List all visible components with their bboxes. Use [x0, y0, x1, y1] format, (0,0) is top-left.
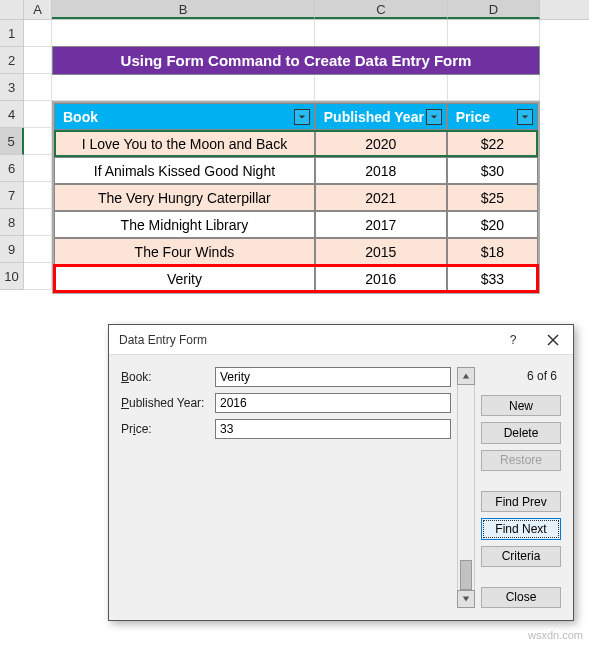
row-header-6[interactable]: 6	[0, 155, 24, 182]
cell-price[interactable]: $18	[447, 238, 538, 265]
table-row[interactable]: The Midnight Library 2017 $20	[54, 211, 538, 238]
book-label: Book:	[121, 370, 207, 384]
cell-book[interactable]: The Very Hungry Caterpillar	[54, 184, 315, 211]
filter-dropdown-icon[interactable]	[517, 109, 533, 125]
scroll-track[interactable]	[457, 385, 475, 590]
book-input[interactable]	[215, 367, 451, 387]
table-row-highlighted[interactable]: Verity 2016 $33	[54, 265, 538, 292]
criteria-button[interactable]: Criteria	[481, 546, 561, 567]
cell-price[interactable]: $22	[447, 130, 538, 157]
dialog-title: Data Entry Form	[119, 333, 493, 347]
table-row[interactable]: The Very Hungry Caterpillar 2021 $25	[54, 184, 538, 211]
price-input[interactable]	[215, 419, 451, 439]
row-header-3[interactable]: 3	[0, 74, 24, 101]
row-header-5[interactable]: 5	[0, 128, 24, 155]
cell-year[interactable]: 2018	[315, 157, 447, 184]
column-headers: A B C D	[0, 0, 589, 20]
page-title: Using Form Command to Create Data Entry …	[52, 46, 540, 75]
watermark: wsxdn.com	[528, 629, 583, 641]
cell-year[interactable]: 2021	[315, 184, 447, 211]
new-button[interactable]: New	[481, 395, 561, 416]
row-header-8[interactable]: 8	[0, 209, 24, 236]
header-book-label: Book	[63, 109, 98, 125]
cell-price[interactable]: $20	[447, 211, 538, 238]
row-header-2[interactable]: 2	[0, 47, 24, 74]
cell-price[interactable]: $33	[447, 265, 538, 292]
close-icon[interactable]	[533, 325, 573, 355]
header-price[interactable]: Price	[447, 103, 538, 130]
record-scrollbar[interactable]	[457, 367, 475, 608]
year-input[interactable]	[215, 393, 451, 413]
row-header-10[interactable]: 10	[0, 263, 24, 290]
close-button[interactable]: Close	[481, 587, 561, 608]
filter-dropdown-icon[interactable]	[426, 109, 442, 125]
dialog-buttons: 6 of 6 New Delete Restore Find Prev Find…	[481, 367, 561, 608]
header-book[interactable]: Book	[54, 103, 315, 130]
cell-price[interactable]: $30	[447, 157, 538, 184]
cell-book[interactable]: Verity	[54, 265, 315, 292]
col-header-A[interactable]: A	[24, 0, 52, 19]
col-header-C[interactable]: C	[315, 0, 448, 19]
scroll-thumb[interactable]	[460, 560, 472, 590]
find-prev-button[interactable]: Find Prev	[481, 491, 561, 512]
cell-book[interactable]: I Love You to the Moon and Back	[54, 130, 315, 157]
cell-book[interactable]: If Animals Kissed Good Night	[54, 157, 315, 184]
row-header-4[interactable]: 4	[0, 101, 24, 128]
scroll-up-icon[interactable]	[457, 367, 475, 385]
row-header-7[interactable]: 7	[0, 182, 24, 209]
col-header-D[interactable]: D	[448, 0, 540, 19]
header-year[interactable]: Published Year	[315, 103, 447, 130]
help-button[interactable]: ?	[493, 325, 533, 355]
cell-book[interactable]: The Four Winds	[54, 238, 315, 265]
cell-year[interactable]: 2016	[315, 265, 447, 292]
cell-year[interactable]: 2017	[315, 211, 447, 238]
filter-dropdown-icon[interactable]	[294, 109, 310, 125]
cell-book[interactable]: The Midnight Library	[54, 211, 315, 238]
select-all-corner[interactable]	[0, 0, 24, 19]
price-label: Price:	[121, 422, 207, 436]
delete-button[interactable]: Delete	[481, 422, 561, 443]
cell-year[interactable]: 2015	[315, 238, 447, 265]
year-label: Published Year:	[121, 396, 207, 410]
dialog-titlebar[interactable]: Data Entry Form ?	[109, 325, 573, 355]
row-header-9[interactable]: 9	[0, 236, 24, 263]
row-header-1[interactable]: 1	[0, 20, 24, 47]
form-fields: Book: Published Year: Price:	[121, 367, 451, 608]
table-row[interactable]: I Love You to the Moon and Back 2020 $22	[54, 130, 538, 157]
data-table: Book Published Year Price I Love You to …	[52, 101, 540, 294]
header-price-label: Price	[456, 109, 490, 125]
cell-price[interactable]: $25	[447, 184, 538, 211]
record-counter: 6 of 6	[481, 367, 561, 389]
scroll-down-icon[interactable]	[457, 590, 475, 608]
table-row[interactable]: If Animals Kissed Good Night 2018 $30	[54, 157, 538, 184]
col-header-B[interactable]: B	[52, 0, 315, 19]
cell-year[interactable]: 2020	[315, 130, 447, 157]
table-header-row: Book Published Year Price	[54, 103, 538, 130]
find-next-button[interactable]: Find Next	[481, 518, 561, 539]
table-row[interactable]: The Four Winds 2015 $18	[54, 238, 538, 265]
restore-button: Restore	[481, 450, 561, 471]
data-entry-form-dialog: Data Entry Form ? Book: Published Year: …	[108, 324, 574, 621]
header-year-label: Published Year	[324, 109, 424, 125]
